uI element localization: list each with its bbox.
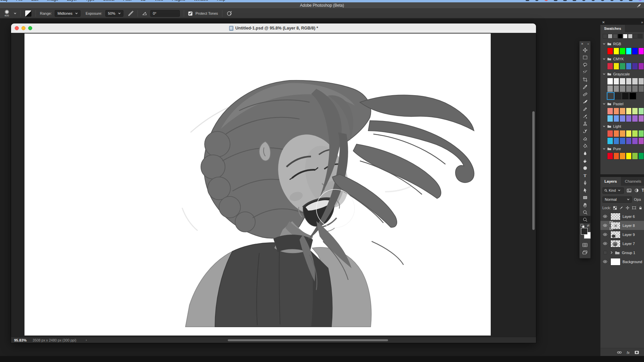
swatch[interactable] <box>638 85 644 92</box>
layer-thumbnail[interactable] <box>610 213 621 220</box>
swatch[interactable] <box>626 137 632 144</box>
swatch[interactable] <box>607 130 613 137</box>
document-title-bar[interactable]: Untitled-1.psd @ 95.8% (Layer 8, RGB/8) … <box>11 23 536 33</box>
visibility-eye-icon[interactable] <box>602 215 608 218</box>
swatch[interactable] <box>632 153 638 160</box>
menu-plugins[interactable]: Plugins <box>172 0 185 2</box>
filter-kind-select[interactable]: Kind <box>602 187 624 194</box>
menu-help[interactable]: Help <box>217 0 225 2</box>
swatch[interactable] <box>632 115 638 122</box>
swatch[interactable] <box>638 63 644 70</box>
tab-channels[interactable]: Channels <box>621 177 644 186</box>
swatch[interactable] <box>632 108 638 115</box>
horizontal-scrollbar[interactable] <box>228 339 388 341</box>
protect-tones-checkbox[interactable] <box>188 11 193 16</box>
swatch[interactable] <box>613 78 620 85</box>
swatch[interactable] <box>638 108 644 115</box>
layer-thumbnail[interactable] <box>610 231 621 238</box>
swatch[interactable] <box>620 153 626 160</box>
layer-effects-button[interactable]: fx <box>627 351 630 355</box>
airbrush-icon[interactable] <box>128 11 133 16</box>
layer-row-layer-9[interactable]: Layer 9 <box>600 230 644 239</box>
swatch[interactable] <box>638 48 644 55</box>
swatch[interactable] <box>620 63 626 70</box>
mic-icon[interactable] <box>591 0 595 1</box>
default-colors-icon[interactable] <box>581 224 585 228</box>
swatch[interactable] <box>613 108 620 115</box>
swatch[interactable] <box>613 137 620 144</box>
group-expand-chevron[interactable] <box>610 251 613 254</box>
collapse-icon[interactable]: » <box>587 42 589 46</box>
eraser-tool[interactable] <box>580 135 590 142</box>
zoom-tool[interactable] <box>580 208 590 216</box>
menu-type[interactable]: Type <box>86 0 94 2</box>
swatch[interactable] <box>632 78 638 85</box>
close-icon[interactable]: ✕ <box>581 42 584 46</box>
swatch[interactable] <box>620 78 626 85</box>
swatch[interactable] <box>620 137 626 144</box>
quick-mask-button[interactable] <box>580 241 590 249</box>
menu-file[interactable]: File <box>16 0 22 2</box>
menu-3d[interactable]: 3D <box>141 0 146 2</box>
swatch[interactable] <box>632 63 638 70</box>
lasso-tool[interactable] <box>580 61 590 68</box>
brush-preset-picker[interactable]: 400 <box>3 10 11 17</box>
display-icon[interactable] <box>535 0 539 1</box>
visibility-eye-icon[interactable] <box>602 260 608 263</box>
close-button[interactable] <box>15 26 19 30</box>
swatch[interactable] <box>638 78 644 85</box>
menu-photoshop-beta-[interactable]: Photoshop (Beta) <box>0 0 7 2</box>
recent-swatch[interactable] <box>633 34 638 39</box>
smudge-tool[interactable] <box>580 157 590 164</box>
swatch[interactable] <box>629 93 636 100</box>
menu-layer[interactable]: Layer <box>67 0 77 2</box>
layer-thumbnail[interactable] <box>610 240 621 247</box>
vertical-scrollbar[interactable] <box>532 111 535 230</box>
swatch[interactable] <box>626 48 632 55</box>
swatch[interactable] <box>626 85 632 92</box>
swatch[interactable] <box>626 115 632 122</box>
swatch-group-cmyk[interactable]: CMYK <box>603 55 644 63</box>
chevron-down-icon[interactable] <box>14 12 16 15</box>
swatch[interactable] <box>613 153 620 160</box>
swatch[interactable] <box>632 137 638 144</box>
paint-bucket-tool[interactable] <box>580 142 590 149</box>
marquee-tool[interactable] <box>580 54 590 61</box>
moon-icon[interactable] <box>526 0 529 1</box>
visibility-eye-icon[interactable] <box>602 242 608 245</box>
menu-filter[interactable]: Filter <box>123 0 132 2</box>
swatch[interactable] <box>607 115 613 122</box>
swatch-group-rgb[interactable]: RGB <box>603 40 644 48</box>
filter-type-icon[interactable]: T <box>642 188 644 193</box>
lock-all-icon[interactable] <box>639 206 642 210</box>
filter-adjustment-icon[interactable] <box>634 188 639 193</box>
hand-tool[interactable] <box>580 201 590 208</box>
swatch[interactable] <box>626 108 632 115</box>
swatch[interactable] <box>607 63 613 70</box>
circle-icon[interactable] <box>563 0 567 1</box>
shape-tool[interactable] <box>580 194 590 201</box>
swatch-group-light[interactable]: Light <box>603 122 644 130</box>
magic-wand-tool[interactable] <box>580 68 590 76</box>
angle-field[interactable]: 0° <box>150 10 180 17</box>
layer-thumbnail[interactable] <box>610 222 621 229</box>
swatch[interactable] <box>620 115 626 122</box>
mixer-brush-tool[interactable] <box>580 113 590 120</box>
swatch[interactable] <box>620 130 626 137</box>
pressure-size-icon[interactable] <box>226 11 232 16</box>
swatch[interactable] <box>613 85 620 92</box>
filter-pixel-icon[interactable] <box>627 188 632 193</box>
move-tool[interactable] <box>580 46 590 54</box>
swatch-group-pastel[interactable]: Pastel <box>603 100 644 108</box>
swatch[interactable] <box>626 63 632 70</box>
swap-colors-icon[interactable]: ⇄ <box>587 224 589 227</box>
exposure-select[interactable]: 50% <box>105 10 123 17</box>
recent-swatch[interactable] <box>623 34 628 39</box>
type-tool[interactable]: T <box>580 172 590 179</box>
sponge-tool[interactable] <box>580 164 590 172</box>
canvas[interactable] <box>24 34 491 336</box>
swatch[interactable] <box>613 115 620 122</box>
swatch[interactable] <box>626 78 632 85</box>
swatch[interactable] <box>638 115 644 122</box>
swatch[interactable] <box>626 153 632 160</box>
